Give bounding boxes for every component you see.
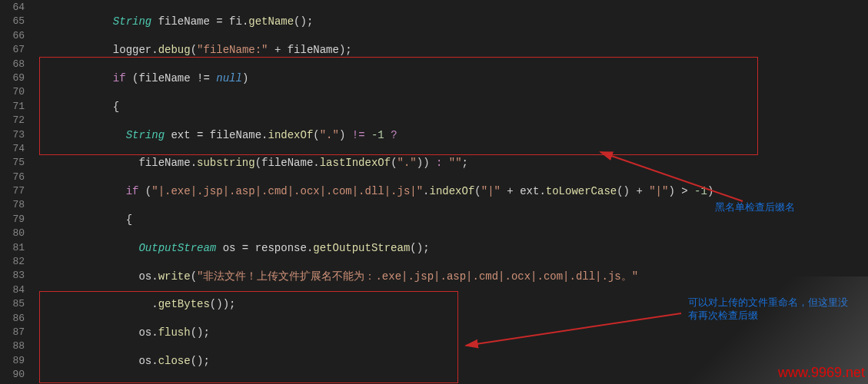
line-number: 79 [0, 213, 25, 227]
line-number: 65 [0, 15, 25, 28]
line-number: 77 [0, 184, 25, 198]
line-number: 81 [0, 241, 25, 255]
annotation-1: 黑名单检查后缀名 [715, 201, 795, 214]
line-number: 86 [0, 312, 25, 326]
line-number: 69 [0, 71, 25, 85]
watermark-text: www.9969.net [778, 365, 865, 381]
line-number: 68 [0, 58, 25, 71]
line-number: 70 [0, 85, 25, 99]
line-number: 74 [0, 142, 25, 156]
line-number: 78 [0, 198, 25, 212]
annotation-2: 可以对上传的文件重命名，但这里没 有再次检查后缀 [688, 296, 848, 323]
line-number: 73 [0, 128, 25, 142]
code-area[interactable]: String fileName = fi.getName(); logger.d… [35, 0, 868, 384]
line-number: 84 [0, 283, 25, 297]
line-number: 87 [0, 326, 25, 339]
line-number: 82 [0, 255, 25, 269]
code-editor[interactable]: 6465666768697071727374757677787980818283… [0, 0, 868, 384]
line-number: 67 [0, 43, 25, 57]
line-number: 75 [0, 156, 25, 170]
line-number: 64 [0, 1, 25, 15]
line-number: 76 [0, 170, 25, 184]
line-number: 66 [0, 29, 25, 43]
line-number: 80 [0, 227, 25, 240]
line-number: 85 [0, 297, 25, 311]
line-number: 90 [0, 368, 25, 382]
line-number: 89 [0, 354, 25, 368]
line-number: 71 [0, 100, 25, 114]
line-number: 88 [0, 339, 25, 353]
line-number: 72 [0, 114, 25, 127]
line-number: 83 [0, 269, 25, 283]
line-number-gutter: 6465666768697071727374757677787980818283… [0, 0, 35, 384]
